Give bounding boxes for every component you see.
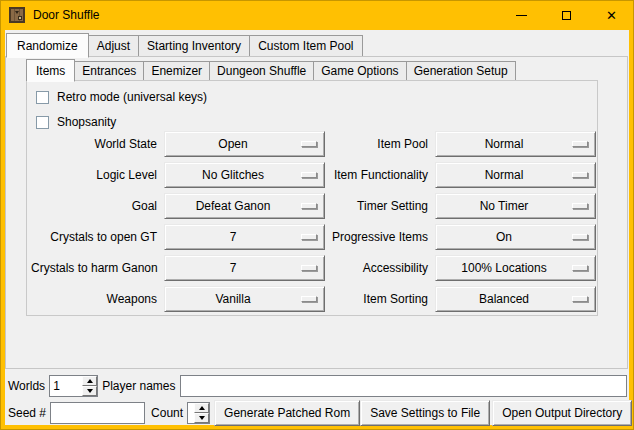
tab-label: Starting Inventory — [147, 39, 241, 53]
logic-level-label: Logic Level — [31, 168, 161, 182]
window-title: Door Shuffle — [33, 8, 100, 22]
worlds-input[interactable] — [50, 376, 82, 396]
dropdown-indicator-icon — [301, 265, 317, 271]
checkbox-label: Retro mode (universal keys) — [57, 90, 207, 104]
player-names-input[interactable] — [180, 375, 628, 397]
tab-label: Randomize — [17, 39, 78, 53]
dropdown-indicator-icon — [572, 203, 588, 209]
maximize-button[interactable] — [544, 0, 589, 30]
spin-down-button[interactable] — [82, 386, 97, 396]
spin-down-button[interactable] — [194, 413, 209, 423]
dropdown-indicator-icon — [301, 296, 317, 302]
seed-input[interactable] — [50, 402, 145, 424]
progressive-items-label: Progressive Items — [328, 230, 432, 244]
tab-items[interactable]: Items — [26, 59, 75, 82]
logic-level-dropdown[interactable]: No Glitches — [164, 162, 325, 188]
worlds-row: Worlds Player names — [8, 375, 627, 397]
tab-generation-setup[interactable]: Generation Setup — [406, 61, 516, 81]
tab-label: Adjust — [97, 39, 130, 53]
tab-enemizer[interactable]: Enemizer — [143, 61, 210, 81]
tab-label: Custom Item Pool — [258, 39, 353, 53]
item-pool-label: Item Pool — [328, 137, 432, 151]
dropdown-value: Open — [165, 137, 301, 151]
door-icon — [9, 7, 25, 23]
seed-label: Seed # — [8, 406, 46, 420]
weapons-dropdown[interactable]: Vanilla — [164, 286, 325, 312]
close-icon: ✕ — [606, 8, 617, 23]
dropdown-value: Normal — [436, 137, 572, 151]
count-label: Count — [151, 406, 183, 420]
goal-label: Goal — [31, 199, 161, 213]
tab-game-options[interactable]: Game Options — [313, 61, 406, 81]
save-settings-button[interactable]: Save Settings to File — [360, 400, 490, 426]
item-sorting-dropdown[interactable]: Balanced — [435, 286, 596, 312]
world-state-label: World State — [31, 137, 161, 151]
spin-up-button[interactable] — [82, 376, 97, 386]
worlds-label: Worlds — [8, 379, 45, 393]
spin-down-icon — [199, 416, 205, 420]
seed-row: Seed # Count Generate Patched Rom Save S… — [8, 400, 627, 426]
tab-label: Entrances — [82, 64, 136, 78]
progressive-items-dropdown[interactable]: On — [435, 224, 596, 250]
open-output-directory-button[interactable]: Open Output Directory — [492, 400, 632, 426]
checkbox-box[interactable] — [36, 91, 49, 104]
tab-custom-item-pool[interactable]: Custom Item Pool — [249, 35, 362, 57]
close-button[interactable]: ✕ — [589, 0, 634, 30]
item-sorting-label: Item Sorting — [328, 292, 432, 306]
items-tab-panel: Retro mode (universal keys) Shopsanity W… — [26, 80, 598, 316]
dropdown-indicator-icon — [301, 172, 317, 178]
item-functionality-label: Item Functionality — [328, 168, 432, 182]
dropdown-value: 7 — [165, 261, 301, 275]
checkbox-box[interactable] — [36, 116, 49, 129]
checkbox-label: Shopsanity — [57, 115, 116, 129]
accessibility-dropdown[interactable]: 100% Locations — [435, 255, 596, 281]
timer-setting-dropdown[interactable]: No Timer — [435, 193, 596, 219]
dropdown-value: 100% Locations — [436, 261, 572, 275]
sub-tab-bar: Items Entrances Enemizer Dungeon Shuffle… — [26, 59, 515, 81]
tab-label: Generation Setup — [414, 64, 508, 78]
item-functionality-dropdown[interactable]: Normal — [435, 162, 596, 188]
tab-randomize[interactable]: Randomize — [6, 33, 89, 58]
dropdown-indicator-icon — [572, 296, 588, 302]
minimize-icon — [516, 15, 527, 16]
main-tab-bar: Randomize Adjust Starting Inventory Cust… — [6, 33, 362, 57]
tab-adjust[interactable]: Adjust — [88, 35, 139, 57]
retro-mode-checkbox[interactable]: Retro mode (universal keys) — [36, 89, 207, 105]
goal-dropdown[interactable]: Defeat Ganon — [164, 193, 325, 219]
spin-down-icon — [87, 389, 93, 393]
world-state-dropdown[interactable]: Open — [164, 131, 325, 157]
count-spinbox[interactable] — [187, 402, 210, 424]
caption-buttons: ✕ — [499, 0, 634, 30]
spin-up-button[interactable] — [194, 403, 209, 413]
item-pool-dropdown[interactable]: Normal — [435, 131, 596, 157]
window-body: Randomize Adjust Starting Inventory Cust… — [5, 30, 629, 425]
app-window: Door Shuffle ✕ Randomize Adjust Starting… — [0, 0, 634, 430]
dropdown-indicator-icon — [301, 234, 317, 240]
dropdown-value: Vanilla — [165, 292, 301, 306]
tab-entrances[interactable]: Entrances — [74, 61, 144, 81]
tab-label: Game Options — [321, 64, 398, 78]
spin-buttons — [82, 376, 97, 396]
spin-up-icon — [87, 379, 93, 383]
crystals-gt-label: Crystals to open GT — [31, 230, 161, 244]
dropdown-indicator-icon — [572, 234, 588, 240]
minimize-button[interactable] — [499, 0, 544, 30]
maximize-icon — [562, 11, 571, 20]
tab-dungeon-shuffle[interactable]: Dungeon Shuffle — [209, 61, 314, 81]
tab-starting-inventory[interactable]: Starting Inventory — [138, 35, 250, 57]
weapons-label: Weapons — [31, 292, 161, 306]
spin-up-icon — [199, 406, 205, 410]
crystals-gt-dropdown[interactable]: 7 — [164, 224, 325, 250]
dropdown-indicator-icon — [301, 203, 317, 209]
tab-label: Items — [36, 64, 65, 78]
dropdown-value: 7 — [165, 230, 301, 244]
dropdown-indicator-icon — [572, 141, 588, 147]
dropdown-indicator-icon — [301, 141, 317, 147]
dropdown-value: Defeat Ganon — [165, 199, 301, 213]
crystals-ganon-dropdown[interactable]: 7 — [164, 255, 325, 281]
dropdown-indicator-icon — [572, 172, 588, 178]
options-grid: World State Open Item Pool Normal Logic … — [31, 128, 596, 314]
worlds-spinbox[interactable] — [49, 375, 98, 397]
generate-patched-rom-button[interactable]: Generate Patched Rom — [214, 400, 360, 426]
dropdown-value: No Glitches — [165, 168, 301, 182]
